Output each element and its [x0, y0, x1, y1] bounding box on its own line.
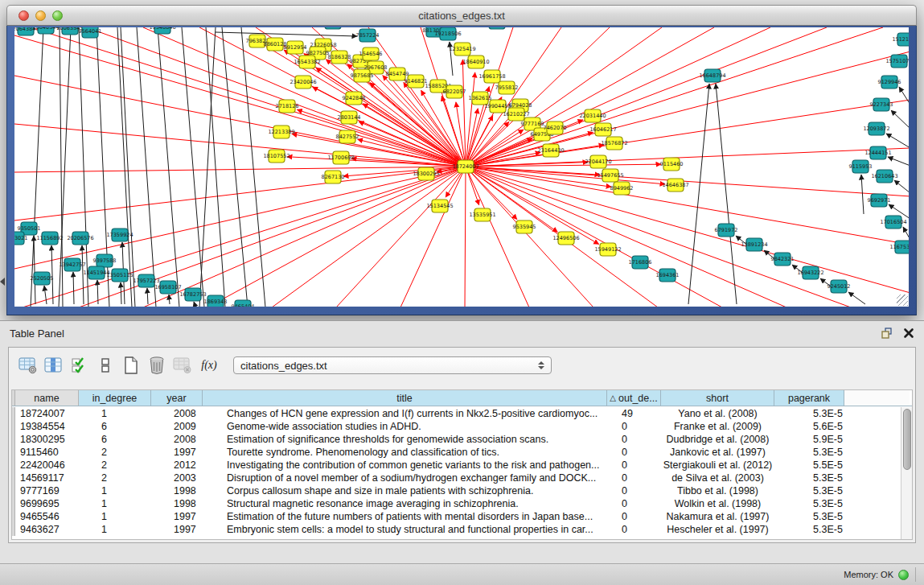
table-row[interactable]: 2242004622012Investigating the contribut… — [12, 459, 901, 472]
svg-text:9115460: 9115460 — [660, 161, 684, 167]
graph-node[interactable]: 2803144 — [338, 111, 361, 124]
graph-node[interactable]: 16033809 — [319, 27, 346, 29]
graph-node[interactable]: 13942757 — [59, 258, 85, 271]
window-titlebar[interactable]: citations_edges.txt — [6, 5, 917, 26]
create-column-icon[interactable] — [120, 355, 142, 376]
graph-node[interactable]: 7857224 — [356, 29, 380, 42]
cell-out_de...: 0 — [607, 421, 661, 432]
graph-node[interactable]: 12093872 — [863, 122, 889, 135]
graph-node[interactable]: 1546546 — [359, 47, 383, 60]
graph-node[interactable]: 15949122 — [594, 243, 621, 256]
table-scrollbar[interactable] — [901, 407, 912, 539]
graph-node[interactable]: 9842321 — [771, 253, 795, 266]
graph-node[interactable]: 8949962 — [610, 182, 634, 195]
graph-node[interactable]: 17016504 — [880, 216, 906, 229]
table-row[interactable]: 1872400712008Changes of HCN gene express… — [12, 407, 901, 420]
table-options-icon[interactable] — [17, 355, 39, 376]
column-header-out_de...[interactable]: △out_de... — [607, 390, 661, 406]
graph-node[interactable]: 7955812 — [495, 81, 519, 94]
graph-node[interactable]: 19346846 — [149, 27, 175, 34]
graph-node[interactable]: 8574304 — [486, 27, 509, 29]
graph-node[interactable]: 9115953 — [849, 160, 873, 173]
graph-node[interactable]: 8267130 — [322, 171, 345, 183]
graph-node[interactable]: 2520505 — [31, 272, 54, 285]
memory-status-indicator[interactable] — [898, 570, 909, 580]
row-height-icon[interactable] — [94, 355, 116, 376]
graph-node[interactable]: 13891234 — [741, 238, 767, 251]
cell-out_de...: 0 — [607, 498, 661, 509]
graph-node[interactable]: 9146821 — [405, 75, 428, 88]
graph-node[interactable]: 22031440 — [579, 109, 606, 122]
graph-node[interactable]: 9227343 — [870, 98, 893, 111]
column-header-year[interactable]: year — [151, 390, 203, 406]
graph-node[interactable]: 2718126 — [276, 100, 299, 113]
graph-node[interactable]: 1694361 — [656, 269, 680, 282]
float-panel-icon[interactable] — [881, 327, 893, 340]
resize-grip-icon[interactable] — [897, 295, 908, 306]
close-panel-icon[interactable] — [903, 328, 914, 339]
graph-node[interactable]: 9242848 — [343, 92, 366, 105]
panel-collapse-arrow-icon[interactable] — [0, 278, 5, 286]
graph-node[interactable]: 12444151 — [864, 146, 891, 159]
graph-node[interactable]: 16648794 — [699, 69, 725, 82]
graph-node[interactable]: 11675303 — [889, 241, 909, 253]
cell-name: 9777169 — [15, 485, 79, 496]
table-row[interactable]: 1830029562008Estimation of significance … — [12, 433, 901, 446]
table-row[interactable]: 911546021997Tourette syndrome. Phenomeno… — [12, 446, 901, 459]
table-row[interactable]: 946362711997Embryonic stem cells: a mode… — [12, 523, 901, 536]
graph-node[interactable]: 1869343 — [204, 295, 228, 307]
table-row[interactable]: 946554611997Estimation of the future num… — [12, 510, 901, 523]
graph-node[interactable]: 16943222 — [797, 266, 823, 279]
column-header-title[interactable]: title — [203, 390, 607, 406]
graph-node[interactable]: 9115460 — [660, 158, 684, 171]
show-columns-icon[interactable] — [43, 355, 64, 376]
graph-node[interactable]: 11156892 — [36, 232, 63, 245]
graph-node[interactable]: 20206576 — [67, 232, 93, 245]
graph-node[interactable]: 1716806 — [629, 256, 652, 269]
graph-node[interactable]: 6791972 — [715, 224, 738, 237]
graph-node[interactable]: 8186328 — [328, 51, 351, 64]
column-header-pagerank[interactable]: pagerank — [774, 390, 844, 406]
graph-node[interactable]: 9692971 — [868, 194, 891, 207]
column-header-in_degree[interactable]: in_degree — [79, 390, 151, 406]
scrollbar-thumb[interactable] — [903, 409, 911, 470]
graph-node[interactable]: 18576872 — [601, 137, 627, 150]
graph-node[interactable]: 11700698 — [327, 151, 354, 164]
delete-column-icon[interactable] — [146, 355, 167, 376]
graph-node[interactable]: 12325419 — [449, 43, 475, 56]
graph-node[interactable]: 18640910 — [462, 56, 489, 68]
table-row[interactable]: 969969511998Structural magnetic resonanc… — [12, 497, 901, 510]
graph-node[interactable]: 9535945 — [513, 220, 536, 233]
function-builder-icon[interactable]: f(x) — [197, 355, 221, 376]
graph-node[interactable]: 15121212 — [892, 33, 909, 46]
graph-node[interactable]: 6822057 — [443, 85, 466, 98]
graph-node[interactable]: 18107552 — [263, 150, 290, 163]
graph-node[interactable]: 9465404 — [232, 300, 255, 307]
graph-node[interactable]: 14646387 — [662, 179, 688, 192]
table-row[interactable]: 1938455462009Genome-wide association stu… — [12, 420, 901, 433]
graph-node[interactable]: 8912954 — [284, 41, 307, 54]
network-canvas[interactable]: 2064384318640344200635459564041193468461… — [14, 27, 909, 307]
select-rows-icon[interactable] — [68, 355, 90, 376]
network-graph[interactable]: 2064384318640344200635459564041193468461… — [14, 27, 909, 307]
graph-node[interactable]: 16210643 — [871, 170, 897, 183]
graph-node[interactable]: 17359924 — [106, 229, 133, 241]
graph-node[interactable]: 9397588 — [93, 254, 117, 267]
table-row[interactable]: 977716911998Corpus callosum shape and si… — [12, 484, 901, 497]
column-header-name[interactable]: name — [15, 390, 79, 406]
table-row[interactable]: 1456911722003Disruption of a novel membe… — [12, 472, 901, 484]
column-header-short[interactable]: short — [661, 390, 774, 406]
graph-node[interactable]: 9564041 — [79, 27, 102, 38]
graph-node[interactable]: 13535951 — [469, 208, 495, 221]
graph-node[interactable]: 8427552 — [336, 130, 359, 143]
graph-node[interactable]: 9875685 — [351, 69, 374, 82]
table-select[interactable]: citations_edges.txt — [233, 356, 552, 374]
graph-node[interactable]: 7462070 — [544, 122, 567, 134]
graph-node[interactable]: 9245012 — [827, 280, 851, 293]
graph-node[interactable]: 16046217 — [589, 123, 616, 136]
graph-node[interactable]: 9129946 — [878, 76, 901, 89]
cell-in_degree: 1 — [79, 524, 151, 535]
svg-text:7857224: 7857224 — [356, 32, 380, 39]
delete-table-icon — [171, 355, 193, 376]
graph-node[interactable]: 22044170 — [585, 155, 611, 168]
